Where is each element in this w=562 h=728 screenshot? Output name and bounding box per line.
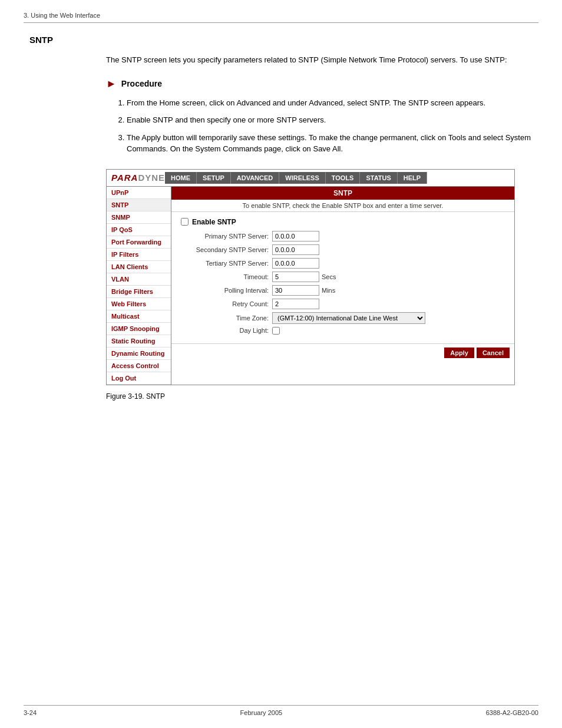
sidebar-item-igmp-snooping[interactable]: IGMP Snooping xyxy=(107,323,171,335)
secondary-sntp-input[interactable] xyxy=(272,244,319,255)
polling-interval-row: Polling Interval: Mins xyxy=(181,285,505,296)
content-title: SNTP xyxy=(171,187,514,200)
body-text: The SNTP screen lets you specify paramet… xyxy=(106,54,538,66)
primary-sntp-row: Primary SNTP Server: xyxy=(181,231,505,241)
nav-bar: PARADYNE HOME SETUP ADVANCED WIRELESS TO… xyxy=(107,170,514,187)
daylight-checkbox[interactable] xyxy=(272,327,280,335)
sidebar-item-log-out[interactable]: Log Out xyxy=(107,372,171,385)
polling-interval-input[interactable] xyxy=(272,285,319,296)
sidebar-item-port-forwarding[interactable]: Port Forwarding xyxy=(107,236,171,249)
step-3: The Apply button will temporarily save t… xyxy=(127,132,538,155)
procedure-title: Procedure xyxy=(121,79,162,88)
sidebar-item-ipqos[interactable]: IP QoS xyxy=(107,224,171,236)
nav-logo: PARADYNE xyxy=(111,173,165,183)
sidebar-item-upnp[interactable]: UPnP xyxy=(107,187,171,199)
polling-interval-unit: Mins xyxy=(322,287,335,294)
sidebar-item-bridge-filters[interactable]: Bridge Filters xyxy=(107,286,171,298)
enable-sntp-row: Enable SNTP xyxy=(181,218,505,226)
nav-setup[interactable]: SETUP xyxy=(197,172,231,184)
retry-count-row: Retry Count: xyxy=(181,299,505,309)
timeout-label: Timeout: xyxy=(181,273,272,280)
tertiary-sntp-input[interactable] xyxy=(272,258,319,269)
sidebar: UPnP SNTP SNMP IP QoS Port Forwarding IP… xyxy=(107,187,171,385)
nav-wireless[interactable]: WIRELESS xyxy=(279,172,325,184)
timezone-select[interactable]: (GMT-12:00) International Date Line West xyxy=(272,312,425,324)
sidebar-item-vlan[interactable]: VLAN xyxy=(107,273,171,286)
retry-count-label: Retry Count: xyxy=(181,300,272,307)
enable-sntp-label: Enable SNTP xyxy=(192,218,236,226)
daylight-label: Day Light: xyxy=(181,327,272,334)
nav-status[interactable]: STATUS xyxy=(360,172,397,184)
primary-sntp-label: Primary SNTP Server: xyxy=(181,233,272,240)
sidebar-item-sntp[interactable]: SNTP xyxy=(107,199,171,211)
tertiary-sntp-row: Tertiary SNTP Server: xyxy=(181,258,505,269)
timezone-row: Time Zone: (GMT-12:00) International Dat… xyxy=(181,312,505,324)
secondary-sntp-row: Secondary SNTP Server: xyxy=(181,244,505,255)
sidebar-item-lan-clients[interactable]: LAN Clients xyxy=(107,261,171,273)
footer-date: February 2005 xyxy=(240,709,283,716)
form-area: Enable SNTP Primary SNTP Server: Seconda… xyxy=(171,212,514,343)
sidebar-item-snmp[interactable]: SNMP xyxy=(107,211,171,224)
breadcrumb: 3. Using the Web Interface xyxy=(24,12,538,23)
retry-count-input[interactable] xyxy=(272,299,319,309)
sidebar-item-dynamic-routing[interactable]: Dynamic Routing xyxy=(107,348,171,360)
page-footer: 3-24 February 2005 6388-A2-GB20-00 xyxy=(24,705,538,716)
procedure-arrow-icon: ► xyxy=(106,78,117,90)
apply-button[interactable]: Apply xyxy=(444,348,474,358)
step-1: From the Home screen, click on Advanced … xyxy=(127,97,538,109)
procedure-header: ► Procedure xyxy=(106,78,538,90)
sidebar-item-web-filters[interactable]: Web Filters xyxy=(107,298,171,310)
content-subtitle: To enable SNTP, check the Enable SNTP bo… xyxy=(171,200,514,212)
ui-body: UPnP SNTP SNMP IP QoS Port Forwarding IP… xyxy=(107,187,514,385)
footer-page-num: 3-24 xyxy=(24,709,37,716)
page-title: SNTP xyxy=(29,35,538,45)
figure-caption: Figure 3-19. SNTP xyxy=(106,392,538,401)
daylight-row: Day Light: xyxy=(181,327,505,335)
steps-list: From the Home screen, click on Advanced … xyxy=(127,97,538,155)
sidebar-item-multicast[interactable]: Multicast xyxy=(107,310,171,323)
polling-interval-label: Polling Interval: xyxy=(181,287,272,294)
timeout-unit: Secs xyxy=(322,273,336,280)
step-2: Enable SNTP and then specify one or more… xyxy=(127,114,538,126)
timeout-input[interactable] xyxy=(272,272,319,282)
ui-screenshot: PARADYNE HOME SETUP ADVANCED WIRELESS TO… xyxy=(106,169,515,385)
footer-doc-num: 6388-A2-GB20-00 xyxy=(486,709,538,716)
bottom-bar: Apply Cancel xyxy=(171,343,514,362)
main-content: SNTP To enable SNTP, check the Enable SN… xyxy=(171,187,514,385)
tertiary-sntp-label: Tertiary SNTP Server: xyxy=(181,260,272,267)
sidebar-item-static-routing[interactable]: Static Routing xyxy=(107,335,171,348)
sidebar-item-access-control[interactable]: Access Control xyxy=(107,360,171,372)
enable-sntp-checkbox[interactable] xyxy=(181,218,189,226)
nav-tools[interactable]: TOOLS xyxy=(326,172,361,184)
timeout-row: Timeout: Secs xyxy=(181,272,505,282)
nav-menu: HOME SETUP ADVANCED WIRELESS TOOLS STATU… xyxy=(165,172,427,184)
timezone-label: Time Zone: xyxy=(181,315,272,322)
nav-advanced[interactable]: ADVANCED xyxy=(231,172,280,184)
nav-help[interactable]: HELP xyxy=(398,172,427,184)
sidebar-item-ip-filters[interactable]: IP Filters xyxy=(107,249,171,261)
primary-sntp-input[interactable] xyxy=(272,231,319,241)
nav-home[interactable]: HOME xyxy=(165,172,197,184)
cancel-button[interactable]: Cancel xyxy=(477,348,510,358)
secondary-sntp-label: Secondary SNTP Server: xyxy=(181,246,272,253)
